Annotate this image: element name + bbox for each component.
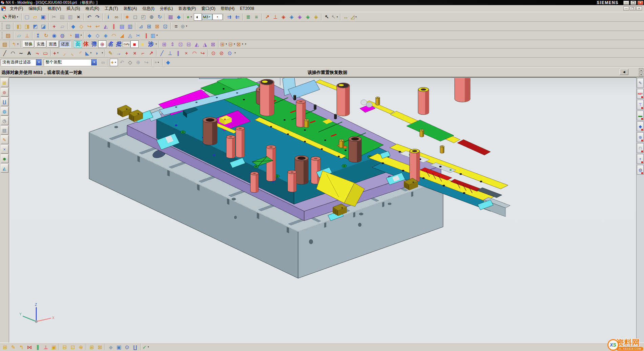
point[interactable]: +▾ <box>52 49 60 57</box>
circle-center[interactable]: ⊙ <box>226 49 234 57</box>
fillet-1[interactable]: ◞ <box>60 49 68 57</box>
gem-blue[interactable]: ◆ <box>69 22 77 30</box>
dropdown-arrow-icon[interactable]: ▾ <box>147 346 150 348</box>
dropdown-arrow-icon[interactable]: ▾ <box>208 16 211 18</box>
btn-name[interactable]: 名 <box>106 40 115 48</box>
minimize-button[interactable]: — <box>623 1 629 5</box>
measure-angle[interactable]: ◿▾ <box>350 13 358 21</box>
assembly-constraints[interactable]: ∥ <box>34 344 42 351</box>
orient-csys[interactable]: ↗ <box>263 13 271 21</box>
btn-interference[interactable]: 涉 <box>147 40 155 48</box>
menu-item-5[interactable]: 格式(R) <box>83 5 102 12</box>
wave-link[interactable]: ⊿ <box>137 22 145 30</box>
rotate-select[interactable]: ⊕ <box>134 59 142 66</box>
btn-copy-macro[interactable]: CoPy <box>123 41 130 47</box>
save[interactable]: ▣ <box>39 13 47 21</box>
rectangle-select[interactable]: ▫▾ <box>153 59 161 66</box>
menu-item-13[interactable]: ET2008 <box>237 5 257 12</box>
restore-button[interactable]: ❒ <box>630 1 636 5</box>
resource-tab-constraint-navigator[interactable]: ⊚ <box>1 88 8 97</box>
fit-view[interactable]: ◻ <box>131 13 140 21</box>
dropdown-arrow-icon[interactable]: ▾ <box>190 16 193 18</box>
resource-tab-part-navigator[interactable]: ∐ <box>1 97 8 106</box>
datum-set-green[interactable]: ◈ <box>304 13 312 21</box>
find[interactable]: ∞ <box>112 13 121 21</box>
view-top[interactable]: ◩ <box>31 22 39 30</box>
menu-item-7[interactable]: 装配(A) <box>121 5 140 12</box>
curve-node[interactable]: ◠ <box>190 49 199 57</box>
top-clamp-bar[interactable] <box>199 78 238 79</box>
view-isometric[interactable]: ◨ <box>23 22 31 30</box>
doc-minimize-button[interactable]: — <box>623 6 629 11</box>
zoom-box[interactable]: ◰ <box>140 13 148 21</box>
toolbar-grip[interactable] <box>2 32 3 39</box>
bend-right[interactable]: ↪ <box>85 22 94 30</box>
exploded-views[interactable]: ⊟ <box>61 344 69 351</box>
menu-item-2[interactable]: 编辑(E) <box>26 5 45 12</box>
line[interactable]: ╱ <box>1 49 9 57</box>
trim-curve[interactable]: × <box>131 49 139 57</box>
fillet-3[interactable]: ◜ <box>77 49 85 57</box>
pocket[interactable]: ◔ <box>66 32 75 39</box>
remember-constraints[interactable]: ▣ <box>50 344 58 351</box>
edit-in-context[interactable]: ▣ <box>115 344 123 351</box>
chamfer-curve[interactable]: ◣▾ <box>85 49 93 57</box>
resource-tab-history[interactable]: ◷ <box>1 116 8 125</box>
pattern-face[interactable]: ⊠ <box>153 22 161 30</box>
menu-item-11[interactable]: 窗口(O) <box>199 5 218 12</box>
dimension-component[interactable]: ⊠▾ <box>236 40 244 48</box>
circle[interactable]: ⊙ <box>209 49 217 57</box>
dropdown-arrow-icon[interactable]: ▾ <box>225 43 228 45</box>
sheet-list[interactable]: ▤ <box>118 22 126 30</box>
datum-set-purple[interactable]: ◈ <box>296 13 304 21</box>
verify-assembly[interactable]: ✓▾ <box>142 344 150 351</box>
layer-in-view[interactable]: ≡ <box>252 13 261 21</box>
btn-batch[interactable]: 批 <box>115 40 123 48</box>
expressions[interactable]: = <box>172 22 180 30</box>
menu-item-3[interactable]: 视图(V) <box>45 5 64 12</box>
datum-plane[interactable]: ▱ <box>15 32 23 39</box>
resource-tab-internet-explorer[interactable]: ◍ <box>1 107 8 116</box>
menu-item-9[interactable]: 分析(L) <box>157 5 176 12</box>
redo[interactable]: ↷ <box>94 13 102 21</box>
datum-plane-grid[interactable]: ▱ <box>58 22 66 30</box>
component-info[interactable]: ⊙ <box>123 344 131 351</box>
structure-info[interactable]: ∐ <box>131 344 139 351</box>
studio-spline[interactable]: ∼ <box>17 49 25 57</box>
datum-csys[interactable]: ⊥ <box>23 32 31 39</box>
cross-curve[interactable]: × <box>182 49 190 57</box>
fillet-2[interactable]: ◟ <box>68 49 77 57</box>
more-tools[interactable]: ⊛▾ <box>180 22 188 30</box>
constraint[interactable]: ⊥ <box>166 49 174 57</box>
arc[interactable]: ◠ <box>9 49 17 57</box>
edge-blend[interactable]: ◠ <box>110 32 118 39</box>
add-component[interactable]: ⊞ <box>1 344 9 351</box>
chevron-down-icon[interactable]: ▼ <box>91 59 97 65</box>
pair-component[interactable]: ⊟▾ <box>228 40 236 48</box>
pan-select[interactable]: ↪ <box>142 59 150 66</box>
wcs-display[interactable]: ◈ <box>279 13 288 21</box>
drag-component[interactable]: ⊡ <box>176 40 185 48</box>
doc-restore-button[interactable]: ❒ <box>630 6 636 11</box>
component-angle[interactable]: ◭ <box>193 40 201 48</box>
extrude[interactable]: ↥ <box>34 32 42 39</box>
resource-tab-system-materials[interactable]: ▤ <box>1 126 8 135</box>
delete-component[interactable]: ⊠ <box>209 40 217 48</box>
btn-replace[interactable]: 替换 <box>23 41 34 47</box>
thicken[interactable]: ▥▾ <box>150 32 159 39</box>
btn-solid-translucent[interactable]: 实透 <box>35 41 46 47</box>
update-display[interactable]: ▦ <box>167 13 175 21</box>
resource-tab-system-scene[interactable]: ◭ <box>1 164 8 173</box>
sheet-list-2[interactable]: ▥ <box>126 22 134 30</box>
prompt-mini-down-button[interactable]: ▾ <box>639 73 643 76</box>
extend-curve[interactable]: ↗ <box>147 49 155 57</box>
menu-item-8[interactable]: 信息(I) <box>140 5 157 12</box>
prompt-back-button[interactable]: ◀ <box>620 69 628 75</box>
ellipse[interactable]: ◗ <box>93 49 101 57</box>
new[interactable]: ▢ <box>23 13 31 21</box>
select-scope[interactable]: ↖▾ <box>331 13 339 21</box>
select-pointer[interactable]: ↖ <box>323 13 331 21</box>
dropdown-arrow-icon[interactable]: ▾ <box>185 25 188 27</box>
material[interactable]: ●▾ <box>186 13 194 21</box>
reorder-tool[interactable]: ↰▾ <box>12 40 20 48</box>
